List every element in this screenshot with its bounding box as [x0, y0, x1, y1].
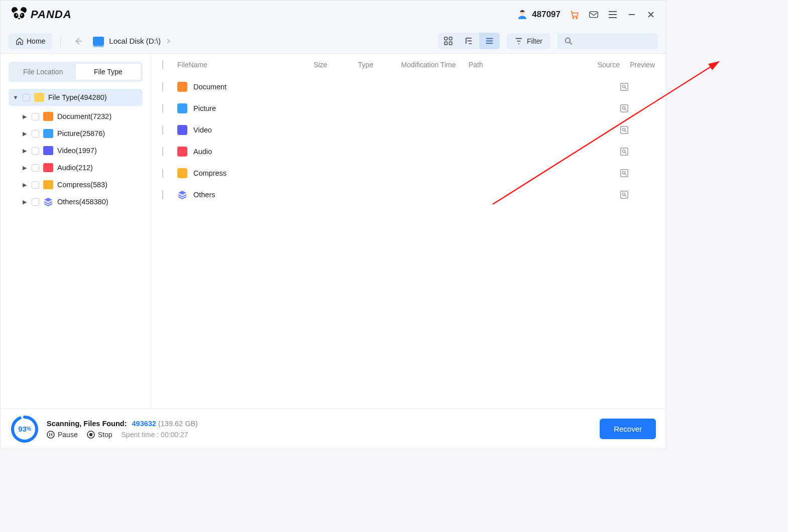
- chevron-right-icon[interactable]: ▶: [22, 199, 28, 205]
- chevron-down-icon[interactable]: ▼: [13, 94, 19, 100]
- preview-button[interactable]: [620, 190, 655, 199]
- svg-rect-37: [621, 126, 628, 133]
- checkbox[interactable]: [162, 169, 163, 178]
- status-size: (139.62 GB): [158, 420, 198, 428]
- checkbox[interactable]: [32, 181, 39, 189]
- svg-rect-43: [621, 169, 628, 176]
- status-label: Scanning, Files Found:: [47, 420, 127, 428]
- chevron-right-icon[interactable]: ▶: [22, 148, 28, 154]
- view-grid-button[interactable]: [438, 33, 459, 49]
- list-row[interactable]: Picture: [159, 97, 658, 119]
- user-chip[interactable]: 487097: [517, 9, 560, 20]
- stop-button[interactable]: Stop: [87, 431, 112, 439]
- chevron-right-icon[interactable]: ▶: [22, 113, 28, 120]
- view-list-button[interactable]: [479, 33, 500, 49]
- list-header: FileName Size Type Modification Time Pat…: [159, 54, 658, 76]
- menu-icon[interactable]: [608, 10, 618, 20]
- tree-item[interactable]: ▶Audio(212): [18, 159, 143, 176]
- preview-button[interactable]: [620, 147, 655, 156]
- minimize-icon[interactable]: [627, 10, 637, 20]
- type-icon: [43, 163, 53, 172]
- tree-item[interactable]: ▶Compress(583): [18, 176, 143, 193]
- chevron-right-icon[interactable]: ▶: [22, 130, 28, 137]
- preview-button[interactable]: [620, 104, 655, 113]
- preview-button[interactable]: [620, 169, 655, 178]
- checkbox[interactable]: [23, 94, 30, 101]
- filter-button[interactable]: Filter: [507, 33, 550, 49]
- cart-icon[interactable]: [570, 10, 580, 20]
- svg-line-36: [625, 109, 626, 110]
- svg-line-39: [625, 130, 626, 132]
- tree-item[interactable]: ▶Document(7232): [18, 108, 143, 125]
- checkbox[interactable]: [162, 125, 163, 135]
- view-tree-button[interactable]: [459, 33, 479, 49]
- svg-point-6: [21, 15, 22, 16]
- list-row[interactable]: Compress: [159, 162, 658, 184]
- search-input[interactable]: [557, 33, 658, 49]
- recover-button[interactable]: Recover: [600, 419, 656, 439]
- col-size[interactable]: Size: [298, 61, 343, 69]
- checkbox[interactable]: [32, 130, 39, 138]
- col-source[interactable]: Source: [590, 61, 620, 69]
- search-icon: [565, 37, 573, 45]
- row-name: Others: [193, 191, 215, 199]
- tab-file-location[interactable]: File Location: [11, 64, 76, 80]
- list-row[interactable]: Document: [159, 76, 658, 97]
- svg-rect-40: [621, 148, 628, 155]
- col-path[interactable]: Path: [469, 61, 519, 69]
- tree-item-label: Picture(25876): [57, 129, 105, 138]
- status-count: 493632: [132, 420, 156, 428]
- close-icon[interactable]: [646, 10, 656, 20]
- svg-point-41: [622, 150, 625, 152]
- svg-point-38: [622, 128, 625, 130]
- tree-item-label: Document(7232): [57, 112, 111, 120]
- toolbar: Home Local Disk (D:\): [1, 29, 666, 54]
- checkbox[interactable]: [32, 164, 39, 172]
- checkbox[interactable]: [32, 147, 39, 155]
- pause-icon: [47, 431, 55, 439]
- user-id: 487097: [532, 10, 560, 20]
- svg-line-33: [625, 87, 626, 89]
- checkbox[interactable]: [162, 82, 163, 91]
- tree-item[interactable]: ▶Video(1997): [18, 142, 143, 159]
- tab-file-type[interactable]: File Type: [76, 64, 141, 80]
- col-type[interactable]: Type: [343, 61, 388, 69]
- titlebar: PANDA 487097: [1, 1, 666, 29]
- checkbox[interactable]: [32, 113, 39, 120]
- list-row[interactable]: Others: [159, 184, 658, 205]
- sidebar: File Location File Type ▼ File Type(4942…: [1, 54, 151, 409]
- home-button[interactable]: Home: [9, 33, 52, 49]
- svg-rect-11: [590, 12, 598, 18]
- chevron-right-icon[interactable]: ▶: [22, 165, 28, 171]
- svg-point-7: [18, 18, 20, 20]
- file-list: FileName Size Type Modification Time Pat…: [151, 54, 666, 409]
- list-row[interactable]: Audio: [159, 141, 658, 162]
- type-icon: [43, 197, 53, 206]
- checkbox[interactable]: [162, 104, 163, 113]
- preview-button[interactable]: [620, 125, 655, 135]
- panda-icon: [11, 7, 28, 22]
- tree-item[interactable]: ▶Picture(25876): [18, 125, 143, 142]
- type-icon: [177, 103, 187, 113]
- chevron-right-icon[interactable]: ▶: [22, 182, 28, 188]
- col-mtime[interactable]: Modification Time: [388, 61, 469, 69]
- checkbox[interactable]: [162, 190, 163, 199]
- svg-line-42: [625, 152, 626, 154]
- mail-icon[interactable]: [589, 10, 599, 20]
- pause-button[interactable]: Pause: [47, 431, 78, 439]
- back-button[interactable]: [69, 34, 88, 48]
- checkbox[interactable]: [162, 147, 163, 156]
- chevron-right-icon: [166, 38, 171, 44]
- list-row[interactable]: Video: [159, 119, 658, 141]
- type-icon: [177, 190, 187, 200]
- tree-root[interactable]: ▼ File Type(494280): [9, 89, 143, 106]
- checkbox[interactable]: [32, 198, 39, 206]
- type-icon: [177, 82, 187, 92]
- tree-item-label: Compress(583): [57, 181, 107, 189]
- preview-button[interactable]: [620, 82, 655, 91]
- tree-item[interactable]: ▶Others(458380): [18, 193, 143, 210]
- checkbox-all[interactable]: [162, 60, 163, 69]
- col-preview[interactable]: Preview: [620, 61, 655, 69]
- type-icon: [43, 129, 53, 138]
- col-filename[interactable]: FileName: [177, 61, 298, 69]
